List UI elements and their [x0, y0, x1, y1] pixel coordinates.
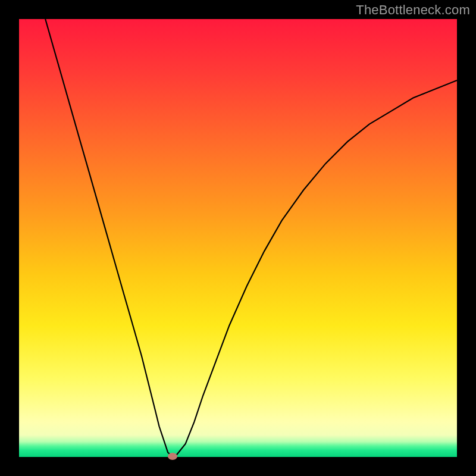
plot-area: [19, 19, 457, 457]
bottleneck-curve: [19, 19, 457, 457]
optimal-point-marker: [168, 453, 177, 460]
watermark-text: TheBottleneck.com: [356, 2, 470, 18]
chart-frame: TheBottleneck.com: [0, 0, 476, 476]
